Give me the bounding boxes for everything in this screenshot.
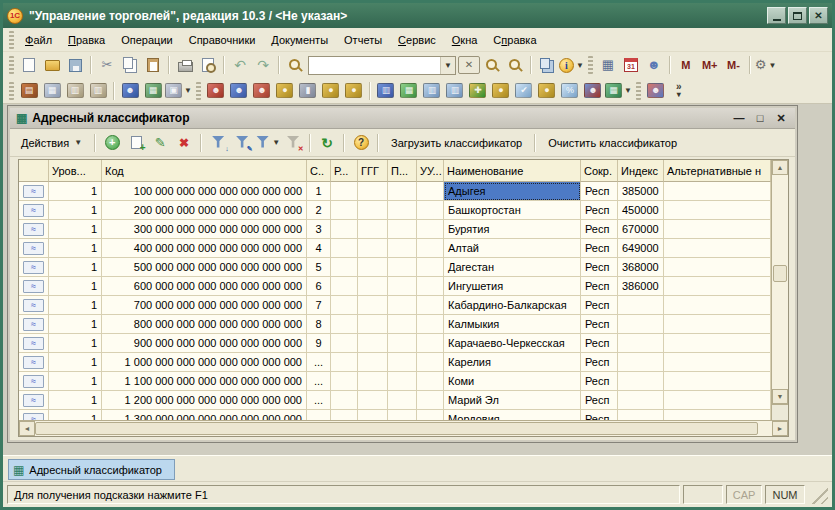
cell-index[interactable]: 386000 [618,277,664,296]
table-row[interactable]: ≈11 300 000 000 000 000 000 000 000...Мо… [19,410,771,420]
cell-alt[interactable] [664,315,771,334]
column-header-s[interactable]: С.. [307,160,331,182]
column-header-uu[interactable]: УУ... [417,160,444,182]
scroll-right-button[interactable]: ► [772,421,788,436]
cell-r[interactable] [331,410,358,420]
journal-cabinet-icon[interactable]: ▤ [18,80,40,102]
edit-button[interactable]: ✎ [149,132,171,154]
cash-register-icon[interactable]: ▣▼ [165,80,192,102]
clear-classifier-button[interactable]: Очистить классификатор [541,134,684,152]
cell-s[interactable]: 8 [307,315,331,334]
cell-code[interactable]: 800 000 000 000 000 000 000 000 [102,315,307,334]
cell-s[interactable]: ... [307,372,331,391]
cell-abbr[interactable]: Респ [581,372,618,391]
cell-g[interactable] [358,372,388,391]
cell-s[interactable]: 1 [307,182,331,201]
cell-name[interactable]: Марий Эл [444,391,581,410]
cell-p[interactable] [388,410,417,420]
cell-alt[interactable] [664,239,771,258]
cell-p[interactable] [388,296,417,315]
find-previous-icon[interactable] [504,54,526,76]
menu-grip[interactable] [9,31,14,49]
cell-abbr[interactable]: Респ [581,410,618,420]
cell-abbr[interactable]: Респ [581,334,618,353]
cell-alt[interactable] [664,182,771,201]
cell-s[interactable]: 9 [307,334,331,353]
cell-p[interactable] [388,182,417,201]
cell-code[interactable]: 400 000 000 000 000 000 000 000 [102,239,307,258]
cell-code[interactable]: 500 000 000 000 000 000 000 000 [102,258,307,277]
cell-code[interactable]: 900 000 000 000 000 000 000 000 [102,334,307,353]
cell-r[interactable] [331,296,358,315]
cell-alt[interactable] [664,201,771,220]
cell-r[interactable] [331,334,358,353]
cell-p[interactable] [388,315,417,334]
cell-name[interactable]: Алтай [444,239,581,258]
cell-record-icon[interactable]: ≈ [19,410,49,420]
calculator-icon[interactable]: ▦ [597,54,619,76]
cell-name[interactable]: Адыгея [444,182,581,201]
cell-index[interactable] [618,334,664,353]
print-preview-icon[interactable] [197,54,219,76]
column-header-code[interactable]: Код [102,160,307,182]
cell-index[interactable] [618,315,664,334]
scroll-left-button[interactable]: ◄ [19,421,35,436]
toolbar-overflow-button[interactable]: »▾ [668,80,690,102]
cell-abbr[interactable]: Респ [581,391,618,410]
outgoing-payment-icon[interactable]: ● [320,80,342,102]
column-header-g[interactable]: ГГГ [358,160,388,182]
menu-item-6[interactable]: Сервис [390,30,444,50]
menu-item-3[interactable]: Справочники [181,30,264,50]
cell-g[interactable] [358,315,388,334]
cell-name[interactable]: Карелия [444,353,581,372]
new-document-icon[interactable] [18,54,40,76]
cell-alt[interactable] [664,220,771,239]
cell-record-icon[interactable]: ≈ [19,277,49,296]
cell-abbr[interactable]: Респ [581,353,618,372]
copy-item-button[interactable] [125,132,147,154]
filter-history-button[interactable]: ▼ [255,132,280,154]
search-input[interactable] [309,58,440,73]
money-icon[interactable]: ▦ [142,80,164,102]
cell-name[interactable]: Карачаево-Черкесская [444,334,581,353]
table-row[interactable]: ≈1200 000 000 000 000 000 000 0002Башкор… [19,201,771,220]
cell-s[interactable]: 5 [307,258,331,277]
redo-icon[interactable]: ↷ [252,54,274,76]
toolbar-grip[interactable] [588,56,593,74]
cell-alt[interactable] [664,258,771,277]
open-icon[interactable] [41,54,63,76]
sales-icon[interactable]: ☻ [251,80,273,102]
cell-record-icon[interactable]: ≈ [19,182,49,201]
actions-button[interactable]: Действия ▼ [14,134,89,152]
cell-index[interactable]: 385000 [618,182,664,201]
customers-icon[interactable]: ☻ [205,80,227,102]
cell-s[interactable]: 4 [307,239,331,258]
menu-item-1[interactable]: Правка [60,30,113,50]
cell-index[interactable]: 450000 [618,201,664,220]
menu-item-7[interactable]: Окна [444,30,486,50]
cell-p[interactable] [388,220,417,239]
cell-name[interactable]: Дагестан [444,258,581,277]
cell-uu[interactable] [417,182,444,201]
cell-r[interactable] [331,201,358,220]
cell-s[interactable]: 2 [307,201,331,220]
cell-p[interactable] [388,391,417,410]
add-button[interactable]: + [101,132,123,154]
cell-record-icon[interactable]: ≈ [19,220,49,239]
memory-subtract-button[interactable]: M- [723,54,745,76]
cell-alt[interactable] [664,410,771,420]
find-icon[interactable] [284,54,306,76]
cell-abbr[interactable]: Респ [581,182,618,201]
cell-uu[interactable] [417,220,444,239]
cell-r[interactable] [331,220,358,239]
cell-uu[interactable] [417,391,444,410]
column-header-name[interactable]: Наименование [444,160,581,182]
window-list-icon[interactable] [536,54,558,76]
menu-item-0[interactable]: Файл [17,30,60,50]
cell-code[interactable]: 700 000 000 000 000 000 000 000 [102,296,307,315]
cell-level[interactable]: 1 [49,182,102,201]
cell-index[interactable] [618,296,664,315]
customize-icon[interactable]: ⚙▼ [755,54,777,76]
column-header-r[interactable]: Р... [331,160,358,182]
scroll-down-button[interactable]: ▼ [772,389,788,404]
